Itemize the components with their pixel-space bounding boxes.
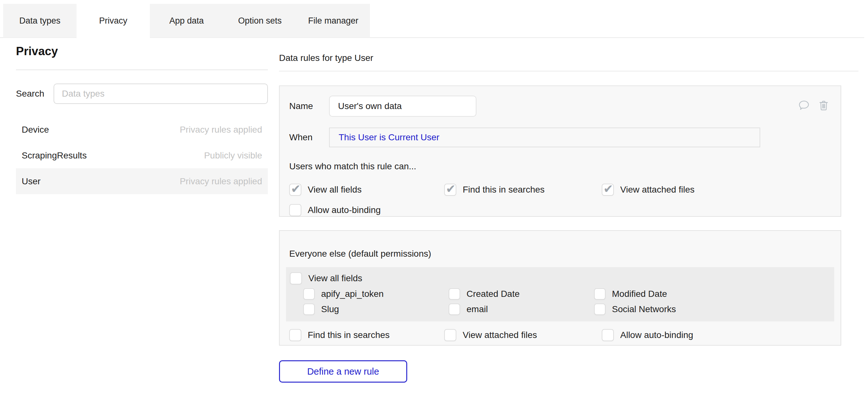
permission-label: Allow auto-binding xyxy=(308,205,381,215)
sidebar-divider xyxy=(16,69,268,70)
when-row: When This User is Current User xyxy=(289,127,831,147)
privacy-sidebar: Privacy Search Device Privacy rules appl… xyxy=(16,44,268,194)
type-row-user[interactable]: User Privacy rules applied xyxy=(16,169,268,194)
field-label: email xyxy=(467,304,488,314)
field-label: Social Networks xyxy=(612,304,676,314)
tab-data-types[interactable]: Data types xyxy=(3,4,76,38)
search-label: Search xyxy=(16,89,46,99)
type-row-scrapingresults[interactable]: ScrapingResults Publicly visible xyxy=(16,143,268,169)
type-status: Privacy rules applied xyxy=(180,125,262,135)
tab-privacy[interactable]: Privacy xyxy=(76,4,150,38)
view-all-fields-checkbox[interactable] xyxy=(289,184,301,196)
default-view-attached-files-checkbox[interactable] xyxy=(444,329,456,341)
rule-name-input[interactable] xyxy=(329,96,476,117)
search-row: Search xyxy=(16,84,268,104)
created-date-checkbox[interactable] xyxy=(449,288,460,300)
name-row: Name xyxy=(289,96,831,117)
tab-bar: Data types Privacy App data Option sets … xyxy=(3,4,370,38)
default-permissions-card: Everyone else (default permissions) View… xyxy=(279,230,841,346)
field-list: apify_api_token Created Date Modified Da… xyxy=(303,288,830,315)
default-allow-auto-binding-checkbox[interactable] xyxy=(602,329,614,341)
perm-view-all-fields: View all fields xyxy=(289,184,444,196)
page-title: Privacy xyxy=(16,44,268,58)
trash-icon[interactable] xyxy=(817,99,830,112)
section-title: Data rules for type User xyxy=(279,53,859,63)
rule-subtitle: Users who match this rule can... xyxy=(289,161,831,172)
field-created-date: Created Date xyxy=(449,288,594,300)
modified-date-checkbox[interactable] xyxy=(594,288,606,300)
when-condition-box[interactable]: This User is Current User xyxy=(329,127,760,147)
name-label: Name xyxy=(289,101,329,111)
type-name: Device xyxy=(22,125,49,135)
default-perm-view-attached-files: View attached files xyxy=(444,329,602,341)
fields-inset: View all fields apify_api_token Created … xyxy=(286,267,834,322)
permission-label: Find this in searches xyxy=(308,330,390,340)
find-in-searches-checkbox[interactable] xyxy=(444,184,456,196)
tab-file-manager[interactable]: File manager xyxy=(297,4,370,38)
allow-auto-binding-checkbox[interactable] xyxy=(289,204,301,216)
default-perm-find-in-searches: Find this in searches xyxy=(289,329,444,341)
perm-allow-auto-binding: Allow auto-binding xyxy=(289,204,444,216)
permission-label: Allow auto-binding xyxy=(620,330,693,340)
default-view-all-fields: View all fields xyxy=(290,272,830,284)
section-divider xyxy=(279,71,859,71)
type-row-device[interactable]: Device Privacy rules applied xyxy=(16,117,268,143)
rule-permissions: View all fields Find this in searches Vi… xyxy=(289,184,831,216)
permission-label: View all fields xyxy=(308,273,362,283)
field-slug: Slug xyxy=(303,304,449,315)
field-social-networks: Social Networks xyxy=(594,304,830,315)
default-permissions: Find this in searches View attached file… xyxy=(280,329,841,341)
permission-label: Find this in searches xyxy=(463,185,545,195)
permission-label: View attached files xyxy=(463,330,537,340)
when-label: When xyxy=(289,132,329,143)
default-view-all-fields-checkbox[interactable] xyxy=(290,272,302,284)
email-checkbox[interactable] xyxy=(449,304,460,315)
perm-find-in-searches: Find this in searches xyxy=(444,184,602,196)
perm-view-attached-files: View attached files xyxy=(602,184,831,196)
field-email: email xyxy=(449,304,594,315)
data-rules-panel: Data rules for type User Name xyxy=(279,49,859,383)
social-networks-checkbox[interactable] xyxy=(594,304,606,315)
type-name: User xyxy=(22,176,40,186)
permission-label: View all fields xyxy=(308,185,362,195)
view-attached-files-checkbox[interactable] xyxy=(602,184,614,196)
type-name: ScrapingResults xyxy=(22,151,87,161)
permission-label: View attached files xyxy=(620,185,694,195)
data-type-list: Device Privacy rules applied ScrapingRes… xyxy=(16,117,268,194)
define-new-rule-button[interactable]: Define a new rule xyxy=(279,360,407,383)
field-label: Modified Date xyxy=(612,289,667,299)
field-label: Slug xyxy=(321,304,339,314)
comment-icon[interactable] xyxy=(798,99,810,112)
when-condition-value: This User is Current User xyxy=(339,132,439,143)
field-label: apify_api_token xyxy=(321,289,383,299)
field-modified-date: Modified Date xyxy=(594,288,830,300)
default-find-in-searches-checkbox[interactable] xyxy=(289,329,301,341)
rule-card: Name When This User is Current User User… xyxy=(279,86,841,217)
apify-api-token-checkbox[interactable] xyxy=(303,288,315,300)
tab-app-data[interactable]: App data xyxy=(150,4,223,38)
default-card-title: Everyone else (default permissions) xyxy=(280,249,841,259)
rule-card-actions xyxy=(798,99,830,112)
type-status: Publicly visible xyxy=(204,151,262,161)
field-label: Created Date xyxy=(467,289,520,299)
tab-option-sets[interactable]: Option sets xyxy=(223,4,297,38)
slug-checkbox[interactable] xyxy=(303,304,315,315)
default-perm-allow-auto-binding: Allow auto-binding xyxy=(602,329,831,341)
field-apify-api-token: apify_api_token xyxy=(303,288,449,300)
search-input[interactable] xyxy=(54,84,268,104)
type-status: Privacy rules applied xyxy=(180,176,262,186)
